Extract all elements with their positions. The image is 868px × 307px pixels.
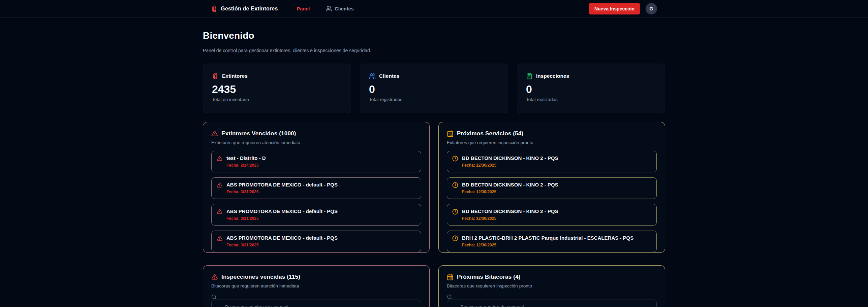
item-title: ABS PROMOTORA DE MEXICO - default - PQS <box>226 181 338 188</box>
search-input[interactable] <box>447 300 657 307</box>
panel-title: Próximos Servicios (54) <box>457 130 523 137</box>
item-title: BD BECTON DICKINSON - KINO 2 - PQS <box>462 181 558 188</box>
search-icon <box>211 294 421 300</box>
clock-icon <box>452 208 458 215</box>
nav-links: Panel Clientes <box>297 6 354 12</box>
clock-icon <box>452 235 458 241</box>
stat-card-clientes: Clientes 0 Total registrados <box>360 64 508 113</box>
alert-triangle-icon <box>217 208 223 215</box>
search-icon <box>447 294 657 300</box>
nav-link-panel[interactable]: Panel <box>297 6 310 11</box>
search-input[interactable] <box>211 300 421 307</box>
alert-triangle-icon <box>217 155 223 162</box>
alert-panels-row: Extintores Vencidos (1000) Extintores qu… <box>203 122 665 253</box>
navbar: Gestión de Extintores Panel Clientes Nue… <box>0 0 868 18</box>
item-title: BD BECTON DICKINSON - KINO 2 - PQS <box>462 208 558 215</box>
stat-label: Inspecciones <box>536 73 569 79</box>
panel-proximos-servicios: Próximos Servicios (54) Extintores que r… <box>438 122 665 253</box>
item-title: BRH 2 PLASTIC-BRH 2 PLASTIC Parque Indus… <box>462 235 633 241</box>
avatar[interactable]: G <box>646 3 657 14</box>
page-subtitle: Panel de control para gestionar extintor… <box>203 48 665 53</box>
panel-subtitle: Extintores que requieren inspección pron… <box>447 140 657 145</box>
stat-value: 2435 <box>212 83 342 95</box>
panel-title: Próximas Bitacoras (4) <box>457 274 521 280</box>
stat-caption: Total registrados <box>369 97 499 102</box>
item-date: Fecha: 12/30/2025 <box>462 216 558 221</box>
nav-link-clientes[interactable]: Clientes <box>326 6 353 12</box>
item-date: Fecha: 3/31/2025 <box>226 216 338 221</box>
panel-subtitle: Bitacoras que requieren inspección pront… <box>447 283 657 288</box>
fire-extinguisher-icon <box>211 5 218 12</box>
item-title: BD BECTON DICKINSON - KINO 2 - PQS <box>462 155 558 162</box>
expired-extinguisher-list: test - Distrito - D Fecha: 2/14/2025 ABS… <box>211 151 421 252</box>
list-item[interactable]: ABS PROMOTORA DE MEXICO - default - PQS … <box>211 231 421 252</box>
stat-value: 0 <box>526 83 656 95</box>
item-date: Fecha: 12/30/2025 <box>462 163 558 168</box>
page-title: Bienvenido <box>203 30 665 41</box>
nav-link-clientes-label: Clientes <box>335 6 353 11</box>
panel-extintores-vencidos: Extintores Vencidos (1000) Extintores qu… <box>203 122 430 253</box>
item-title: test - Distrito - D <box>226 155 266 162</box>
new-inspection-button[interactable]: Nueva Inspección <box>589 3 640 14</box>
list-item[interactable]: BD BECTON DICKINSON - KINO 2 - PQS Fecha… <box>447 204 657 226</box>
clipboard-list-icon <box>526 73 533 79</box>
list-item[interactable]: ABS PROMOTORA DE MEXICO - default - PQS … <box>211 204 421 226</box>
item-date: Fecha: 2/14/2025 <box>226 163 266 168</box>
upcoming-service-list: BD BECTON DICKINSON - KINO 2 - PQS Fecha… <box>447 151 657 252</box>
fire-extinguisher-icon <box>212 73 219 79</box>
alert-triangle-icon <box>211 274 218 280</box>
clock-icon <box>452 155 458 162</box>
clock-icon <box>452 181 458 188</box>
list-item[interactable]: test - Distrito - D Fecha: 2/14/2025 <box>211 151 421 172</box>
stat-caption: Total realizadas <box>526 97 656 102</box>
brand[interactable]: Gestión de Extintores <box>211 5 278 12</box>
item-title: ABS PROMOTORA DE MEXICO - default - PQS <box>226 235 338 241</box>
stat-caption: Total en inventario <box>212 97 342 102</box>
stats-row: Extintores 2435 Total en inventario Clie… <box>203 64 665 113</box>
panel-title: Extintores Vencidos (1000) <box>221 130 296 137</box>
panel-proximas-bitacoras: Próximas Bitacoras (4) Bitacoras que req… <box>438 265 665 307</box>
main-content: Bienvenido Panel de control para gestion… <box>203 18 665 307</box>
stat-card-inspecciones: Inspecciones 0 Total realizadas <box>517 64 665 113</box>
item-date: Fecha: 3/31/2025 <box>226 190 338 194</box>
list-item[interactable]: ABS PROMOTORA DE MEXICO - default - PQS … <box>211 177 421 199</box>
stat-label: Clientes <box>379 73 399 79</box>
alert-triangle-icon <box>211 130 218 137</box>
alert-triangle-icon <box>217 181 223 188</box>
item-date: Fecha: 3/31/2025 <box>226 243 338 247</box>
item-date: Fecha: 12/30/2025 <box>462 190 558 194</box>
item-title: ABS PROMOTORA DE MEXICO - default - PQS <box>226 208 338 215</box>
brand-name: Gestión de Extintores <box>221 6 278 12</box>
panel-subtitle: Extintores que requieren atención inmedi… <box>211 140 421 145</box>
list-item[interactable]: BD BECTON DICKINSON - KINO 2 - PQS Fecha… <box>447 177 657 199</box>
panel-subtitle: Bitacoras que requieren atención inmedia… <box>211 283 421 288</box>
inspection-panels-row: Inspecciones vencidas (115) Bitacoras qu… <box>203 265 665 307</box>
alert-triangle-icon <box>217 235 223 241</box>
panel-title: Inspecciones vencidas (115) <box>221 274 300 280</box>
list-item[interactable]: BD BECTON DICKINSON - KINO 2 - PQS Fecha… <box>447 151 657 172</box>
users-icon <box>369 73 376 79</box>
stat-label: Extintores <box>222 73 248 79</box>
users-icon <box>326 6 332 12</box>
list-item[interactable]: BRH 2 PLASTIC-BRH 2 PLASTIC Parque Indus… <box>447 231 657 252</box>
item-date: Fecha: 12/30/2025 <box>462 243 633 247</box>
stat-value: 0 <box>369 83 499 95</box>
calendar-icon <box>447 130 454 137</box>
calendar-icon <box>447 274 454 280</box>
stat-card-extintores: Extintores 2435 Total en inventario <box>203 64 351 113</box>
panel-inspecciones-vencidas: Inspecciones vencidas (115) Bitacoras qu… <box>203 265 430 307</box>
